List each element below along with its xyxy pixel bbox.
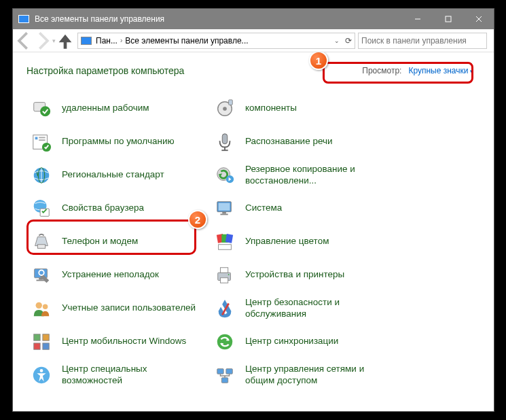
- svg-rect-30: [229, 99, 233, 105]
- view-label: Просмотр:: [362, 66, 401, 75]
- item-label: Центр управления сетями и общим доступом: [245, 364, 382, 385]
- default-programs-icon: [31, 131, 52, 153]
- svg-rect-50: [226, 368, 232, 374]
- svg-rect-15: [37, 244, 45, 248]
- accessibility-icon: [31, 364, 52, 386]
- svg-rect-23: [43, 334, 49, 340]
- svg-point-27: [40, 369, 43, 372]
- devices-printers-icon: [214, 264, 236, 286]
- item-label: Устранение неполадок: [62, 269, 159, 280]
- content-area: Настройка параметров компьютера Просмотр…: [13, 52, 494, 411]
- navbar: ▾ Пан... › Все элементы панели управле..…: [13, 29, 494, 52]
- page-title: Настройка параметров компьютера: [26, 65, 184, 76]
- speech-recognition-icon: [214, 131, 236, 153]
- item-label: Управление цветом: [245, 236, 329, 247]
- item-regional-settings[interactable]: Региональные стандарт: [26, 158, 203, 192]
- troubleshoot-icon: [31, 264, 52, 286]
- item-label: Резервное копирование и восстановлени...: [245, 164, 382, 186]
- titlebar: Все элементы панели управления: [13, 9, 494, 29]
- refresh-button[interactable]: ⟳: [345, 36, 352, 46]
- item-label: Центр специальных возможностей: [62, 364, 199, 385]
- item-system[interactable]: Система: [210, 192, 386, 225]
- view-selector[interactable]: Просмотр: Крупные значки: [355, 65, 480, 77]
- item-label: удаленным рабочим: [62, 103, 149, 113]
- item-phone-modem[interactable]: Телефон и модем: [26, 225, 203, 258]
- svg-point-20: [36, 302, 42, 308]
- regional-settings-icon: [31, 164, 52, 186]
- item-troubleshoot[interactable]: Устранение неполадок: [26, 258, 203, 292]
- breadcrumb-part[interactable]: Все элементы панели управле...: [125, 36, 248, 46]
- window-title: Все элементы панели управления: [35, 14, 402, 24]
- address-bar[interactable]: Пан... › Все элементы панели управле... …: [77, 33, 355, 49]
- user-accounts-icon: [31, 298, 52, 319]
- item-label: Программы по умолчанию: [62, 136, 175, 147]
- remote-desktop-icon: [31, 98, 52, 120]
- annotation-badge-2: 2: [188, 210, 207, 229]
- svg-point-21: [43, 304, 48, 309]
- item-mobility-center[interactable]: Центр мобильности Windows: [26, 325, 203, 358]
- item-user-accounts[interactable]: Учетные записи пользователей: [26, 292, 203, 325]
- chevron-right-icon: ›: [120, 37, 122, 44]
- mobility-center-icon: [31, 331, 52, 353]
- svg-rect-24: [34, 343, 40, 349]
- forward-button[interactable]: [33, 31, 52, 50]
- svg-rect-49: [217, 368, 223, 374]
- item-internet-options[interactable]: Свойства браузера: [26, 192, 203, 225]
- color-management-icon: [214, 231, 236, 253]
- control-panel-icon: [18, 15, 29, 23]
- svg-rect-43: [219, 244, 232, 249]
- item-security-maintenance[interactable]: Центр безопасности и обслуживания: [210, 292, 386, 325]
- svg-rect-37: [219, 203, 230, 210]
- search-input[interactable]: [361, 36, 484, 46]
- svg-rect-31: [222, 133, 228, 143]
- item-label: Центр мобильности Windows: [62, 336, 186, 347]
- svg-rect-1: [446, 16, 451, 22]
- item-label: Центр синхронизации: [245, 336, 338, 347]
- svg-point-47: [228, 274, 230, 275]
- item-label: Система: [245, 203, 282, 213]
- internet-options-icon: [31, 198, 52, 220]
- svg-point-29: [223, 107, 227, 111]
- maximize-button[interactable]: [433, 9, 463, 29]
- item-devices-printers[interactable]: Устройства и принтеры: [210, 258, 386, 292]
- item-label: Учетные записи пользователей: [62, 302, 196, 313]
- view-value[interactable]: Крупные значки: [408, 66, 473, 75]
- svg-rect-51: [221, 377, 228, 383]
- backup-restore-icon: [214, 164, 236, 186]
- svg-rect-22: [34, 334, 40, 340]
- svg-rect-9: [39, 139, 45, 141]
- close-button[interactable]: [463, 9, 494, 29]
- system-icon: [214, 198, 236, 220]
- svg-rect-14: [40, 209, 49, 216]
- up-button[interactable]: [56, 31, 75, 50]
- svg-rect-25: [43, 343, 49, 349]
- network-sharing-icon: [214, 364, 236, 386]
- back-button[interactable]: [14, 31, 33, 50]
- item-speech-recognition[interactable]: Распознавание речи: [210, 125, 386, 158]
- item-label: Устройства и принтеры: [245, 269, 344, 280]
- item-sync-center[interactable]: Центр синхронизации: [210, 325, 386, 358]
- window: Все элементы панели управления ▾ Пан... …: [12, 8, 494, 412]
- phone-modem-icon: [31, 231, 52, 253]
- svg-point-48: [217, 334, 233, 349]
- item-label: Региональные стандарт: [62, 169, 164, 180]
- item-default-programs[interactable]: Программы по умолчанию: [26, 125, 203, 158]
- control-panel-icon: [81, 37, 92, 45]
- svg-point-5: [40, 106, 50, 116]
- svg-rect-8: [39, 137, 45, 138]
- svg-rect-7: [35, 137, 38, 139]
- item-network-sharing[interactable]: Центр управления сетями и общим доступом: [210, 358, 386, 391]
- breadcrumb-part[interactable]: Пан...: [96, 36, 118, 46]
- item-components[interactable]: компоненты: [210, 92, 386, 125]
- item-accessibility[interactable]: Центр специальных возможностей: [26, 358, 203, 391]
- item-label: Распознавание речи: [245, 136, 333, 147]
- minimize-button[interactable]: [402, 9, 433, 29]
- search-box[interactable]: [358, 33, 487, 49]
- svg-rect-38: [222, 211, 226, 213]
- history-dropdown-icon[interactable]: ⌄: [334, 37, 340, 44]
- svg-rect-39: [220, 213, 228, 215]
- item-backup-restore[interactable]: Резервное копирование и восстановлени...: [210, 158, 386, 192]
- item-remote-desktop[interactable]: удаленным рабочим: [26, 92, 203, 125]
- item-color-management[interactable]: Управление цветом: [210, 225, 386, 258]
- item-label: Центр безопасности и обслуживания: [245, 297, 382, 319]
